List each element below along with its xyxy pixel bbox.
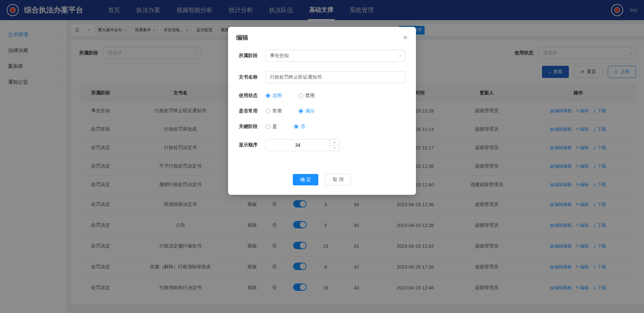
radio-option[interactable]: 常用 xyxy=(266,108,282,114)
radio-dot-icon xyxy=(266,93,270,98)
form-status-radio-group: 启用禁用 xyxy=(266,93,405,99)
radio-dot-icon xyxy=(299,109,303,114)
radio-label: 否 xyxy=(301,124,305,130)
confirm-button[interactable]: 确 定 xyxy=(293,174,318,185)
radio-option[interactable]: 启用 xyxy=(266,93,282,99)
modal-footer: 确 定 取 消 xyxy=(228,169,416,195)
radio-label: 常用 xyxy=(272,108,282,114)
radio-option[interactable]: 偶尔 xyxy=(299,108,315,114)
chevron-down-icon: ▾ xyxy=(399,54,401,58)
stepper-up-icon[interactable]: ▲ xyxy=(330,139,339,145)
close-icon[interactable]: ✕ xyxy=(403,34,408,41)
cancel-button[interactable]: 取 消 xyxy=(325,174,351,185)
form-stage-select[interactable]: 事先告知 ▾ xyxy=(266,50,405,62)
form-status-label: 使用状态 xyxy=(239,93,266,99)
edit-modal: 编辑 ✕ 所属阶段 事先告知 ▾ 文书名称 xyxy=(228,27,416,195)
radio-option[interactable]: 禁用 xyxy=(299,93,315,99)
radio-option[interactable]: 是 xyxy=(266,124,277,130)
form-stage-label: 所属阶段 xyxy=(239,53,266,59)
form-order-label: 显示顺序 xyxy=(239,142,266,148)
form-common-label: 是否常用 xyxy=(239,108,266,114)
form-key-label: 关键阶段 xyxy=(239,124,266,130)
radio-dot-icon xyxy=(266,124,270,129)
modal-header: 编辑 ✕ xyxy=(228,27,416,46)
modal-mask[interactable]: 编辑 ✕ 所属阶段 事先告知 ▾ 文书名称 xyxy=(0,0,644,313)
radio-label: 启用 xyxy=(272,93,282,99)
form-common-radio-group: 常用偶尔 xyxy=(266,108,405,114)
radio-dot-icon xyxy=(266,109,270,114)
modal-title: 编辑 xyxy=(236,34,248,42)
form-key-radio-group: 是否 xyxy=(266,124,405,130)
form-name-label: 文书名称 xyxy=(239,74,266,80)
stepper-down-icon[interactable]: ▼ xyxy=(330,145,339,151)
radio-label: 偶尔 xyxy=(305,108,315,114)
radio-label: 禁用 xyxy=(305,93,315,99)
radio-dot-icon xyxy=(299,93,303,98)
form-order-stepper[interactable]: ▲ ▼ xyxy=(266,139,339,151)
radio-option[interactable]: 否 xyxy=(294,124,305,130)
radio-dot-icon xyxy=(294,124,299,129)
form-name-input[interactable] xyxy=(266,71,405,83)
modal-body: 所属阶段 事先告知 ▾ 文书名称 使用状态 启用禁用 xyxy=(228,46,416,169)
radio-label: 是 xyxy=(272,124,277,130)
